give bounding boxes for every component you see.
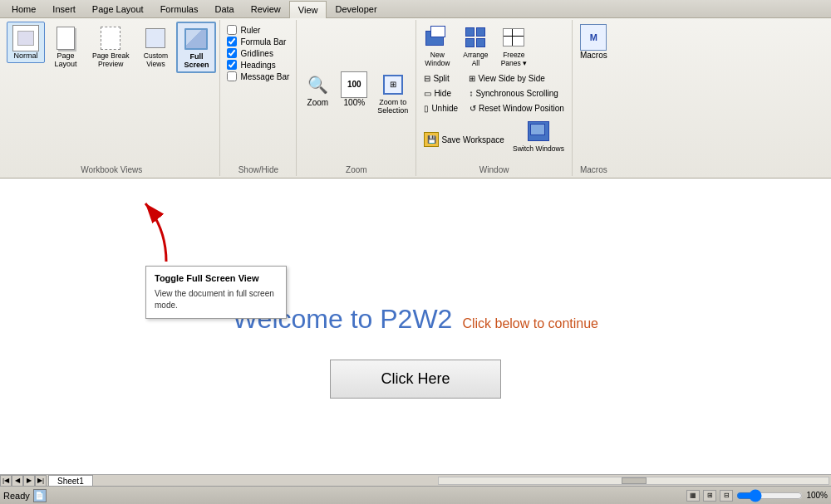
- tooltip-title: Toggle Full Screen View: [155, 273, 278, 283]
- welcome-sub-text: Click below to continue: [462, 316, 598, 331]
- window-split-row: ⊟ Split ⊞ View Side by Side: [420, 71, 568, 86]
- hide-icon: ▭: [424, 89, 431, 98]
- switch-windows-icon: [525, 118, 552, 144]
- ruler-checkbox[interactable]: Ruler: [227, 25, 289, 35]
- hide-button[interactable]: ▭ Hide: [420, 86, 461, 100]
- reset-window-icon: ↺: [470, 104, 476, 113]
- workbook-views-group: Normal PageLayout Page BreakPreview: [3, 20, 220, 176]
- horizontal-scrollbar[interactable]: |◀ ◀ ▶ ▶| Sheet1: [0, 474, 831, 486]
- window-top-row: NewWindow ArrangeAll: [420, 22, 568, 70]
- custom-views-icon: [142, 25, 169, 51]
- sheet-view-icon[interactable]: 📄: [33, 489, 47, 502]
- full-screen-label: FullScreen: [184, 52, 209, 69]
- show-hide-checkboxes: Ruler Formula Bar Gridlines Headings Mes…: [224, 22, 293, 85]
- zoom-slider[interactable]: [736, 491, 803, 501]
- headings-checkbox[interactable]: Headings: [227, 60, 289, 70]
- freeze-panes-button[interactable]: FreezePanes ▾: [496, 22, 531, 70]
- switch-windows-button[interactable]: Switch Windows: [509, 115, 568, 164]
- sync-scroll-button[interactable]: ↕ Synchronous Scrolling: [465, 86, 564, 100]
- tab-review[interactable]: Review: [243, 0, 289, 17]
- new-window-button[interactable]: NewWindow: [420, 22, 455, 70]
- tooltip-body: View the document in full screen mode.: [155, 288, 278, 311]
- message-bar-checkbox[interactable]: Message Bar: [227, 71, 289, 81]
- main-area: Toggle Full Screen View View the documen…: [0, 179, 831, 474]
- unhide-button[interactable]: ▯ Unhide: [420, 101, 462, 115]
- save-workspace-icon: 💾: [424, 132, 439, 147]
- scroll-track[interactable]: [438, 477, 829, 485]
- normal-view-label: Normal: [13, 51, 37, 60]
- macros-group: M Macros Macros: [573, 20, 615, 176]
- tab-data[interactable]: Data: [206, 0, 242, 17]
- save-workspace-button[interactable]: 💾 Save Workspace: [420, 130, 509, 149]
- tab-home[interactable]: Home: [3, 0, 44, 17]
- reset-window-button[interactable]: ↺ Reset Window Position: [465, 101, 568, 115]
- tooltip-popup: Toggle Full Screen View View the documen…: [145, 266, 287, 319]
- page-break-icon: [97, 25, 124, 51]
- scroll-nav-btns: |◀ ◀ ▶ ▶|: [0, 475, 47, 487]
- full-screen-icon: [183, 26, 209, 52]
- red-arrow: [116, 195, 183, 270]
- tab-formulas[interactable]: Formulas: [152, 0, 207, 17]
- tab-developer[interactable]: Developer: [327, 0, 385, 17]
- click-here-button[interactable]: Click Here: [330, 360, 500, 399]
- scroll-last-button[interactable]: ▶|: [35, 475, 47, 487]
- macros-group-label: Macros: [580, 164, 607, 174]
- view-layout-icon[interactable]: ⊞: [703, 490, 716, 502]
- ribbon-content-area: Normal PageLayout Page BreakPreview: [0, 18, 831, 178]
- normal-view-icon: [12, 25, 39, 51]
- window-group-label: Window: [479, 164, 509, 174]
- full-screen-button[interactable]: FullScreen: [176, 22, 216, 73]
- zoom-buttons: 🔍 Zoom 100 100% ⊞ Zoom toSelection: [300, 22, 412, 164]
- tab-insert[interactable]: Insert: [44, 0, 84, 17]
- freeze-panes-icon: [500, 24, 527, 51]
- scroll-first-button[interactable]: |◀: [0, 475, 12, 487]
- status-right: ▦ ⊞ ⊟ 100%: [686, 490, 828, 502]
- unhide-icon: ▯: [424, 104, 429, 113]
- scroll-next-button[interactable]: ▶: [23, 475, 35, 487]
- page-break-button[interactable]: Page BreakPreview: [86, 22, 135, 71]
- zoom-100-icon: 100: [341, 71, 367, 98]
- sync-scroll-icon: ↕: [469, 89, 473, 98]
- window-group-content: NewWindow ArrangeAll: [420, 22, 568, 115]
- page-layout-label: PageLayout: [54, 51, 76, 68]
- scroll-prev-button[interactable]: ◀: [12, 475, 23, 487]
- page-break-label: Page BreakPreview: [92, 51, 129, 68]
- show-hide-label: Show/Hide: [238, 164, 278, 174]
- view-normal-icon[interactable]: ▦: [686, 490, 700, 502]
- view-pagebreak-icon[interactable]: ⊟: [720, 490, 733, 502]
- custom-views-button[interactable]: CustomViews: [136, 22, 175, 71]
- scroll-thumb[interactable]: [622, 477, 647, 484]
- tab-view[interactable]: View: [289, 1, 327, 18]
- show-hide-group: Ruler Formula Bar Gridlines Headings Mes…: [220, 20, 297, 176]
- ribbon-tab-row: Home Insert Page Layout Formulas Data Re…: [0, 0, 831, 18]
- ribbon: Home Insert Page Layout Formulas Data Re…: [0, 0, 831, 179]
- sheet-content: Toggle Full Screen View View the documen…: [0, 179, 831, 474]
- workbook-views-label: Workbook Views: [81, 164, 142, 174]
- zoom-100-button[interactable]: 100 100%: [337, 69, 371, 117]
- workbook-views-buttons: Normal PageLayout Page BreakPreview: [7, 22, 216, 164]
- custom-views-label: CustomViews: [144, 51, 168, 68]
- welcome-text-container: Welcome to P2W2 Click below to continue: [233, 304, 598, 335]
- status-left: Ready 📄: [3, 489, 47, 502]
- normal-view-button[interactable]: Normal: [7, 22, 45, 63]
- split-button[interactable]: ⊟ Split: [420, 71, 461, 86]
- welcome-section: Welcome to P2W2 Click below to continue …: [233, 304, 598, 399]
- zoom-selection-icon: ⊞: [380, 71, 406, 98]
- arrange-all-button[interactable]: ArrangeAll: [458, 22, 493, 70]
- split-icon: ⊟: [424, 74, 430, 83]
- gridlines-checkbox[interactable]: Gridlines: [227, 48, 289, 58]
- window-group: NewWindow ArrangeAll: [416, 20, 573, 176]
- view-side-by-side-button[interactable]: ⊞ View Side by Side: [465, 71, 564, 86]
- zoom-group-label: Zoom: [346, 164, 367, 174]
- tab-page-layout[interactable]: Page Layout: [84, 0, 152, 17]
- app-container: Home Insert Page Layout Formulas Data Re…: [0, 0, 831, 504]
- status-bar: Ready 📄 ▦ ⊞ ⊟ 100%: [0, 486, 831, 504]
- page-layout-button[interactable]: PageLayout: [47, 22, 85, 71]
- sheet-tab-1[interactable]: Sheet1: [48, 475, 93, 487]
- formula-bar-checkbox[interactable]: Formula Bar: [227, 37, 289, 46]
- zoom-icon: 🔍: [304, 71, 331, 98]
- page-layout-icon: [52, 25, 79, 51]
- macros-button[interactable]: M Macros: [576, 22, 612, 70]
- zoom-selection-button[interactable]: ⊞ Zoom toSelection: [373, 69, 412, 117]
- zoom-button[interactable]: 🔍 Zoom: [300, 69, 335, 117]
